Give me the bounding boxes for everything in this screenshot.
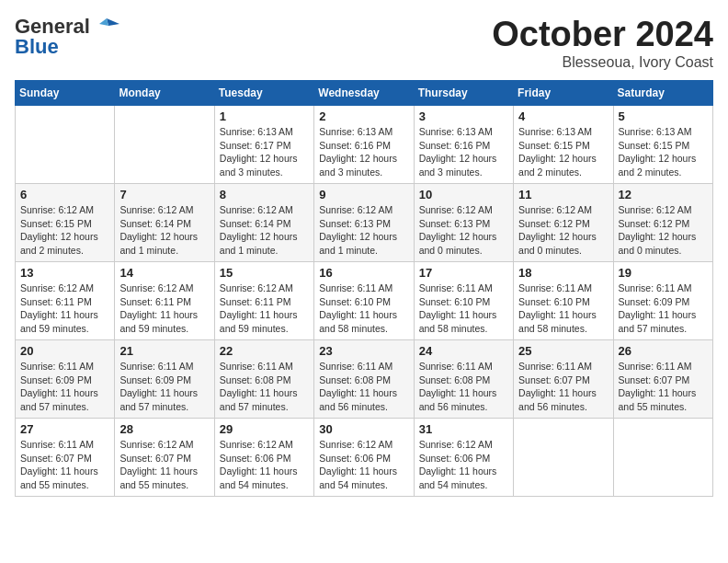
day-number: 24 xyxy=(419,344,508,358)
calendar-cell: 4Sunrise: 6:13 AMSunset: 6:15 PMDaylight… xyxy=(514,106,613,184)
calendar-cell: 27Sunrise: 6:11 AMSunset: 6:07 PMDayligh… xyxy=(16,419,115,497)
day-number: 20 xyxy=(20,344,109,358)
calendar-cell: 31Sunrise: 6:12 AMSunset: 6:06 PMDayligh… xyxy=(414,419,513,497)
day-number: 26 xyxy=(619,344,708,358)
svg-marker-0 xyxy=(107,18,119,26)
calendar-cell xyxy=(613,419,712,497)
calendar-cell: 18Sunrise: 6:11 AMSunset: 6:10 PMDayligh… xyxy=(514,262,613,340)
day-info: Sunrise: 6:12 AMSunset: 6:14 PMDaylight:… xyxy=(220,203,309,258)
weekday-header: Saturday xyxy=(613,81,712,106)
day-info: Sunrise: 6:12 AMSunset: 6:11 PMDaylight:… xyxy=(220,282,309,336)
day-number: 6 xyxy=(20,188,109,201)
calendar-week-row: 13Sunrise: 6:12 AMSunset: 6:11 PMDayligh… xyxy=(16,262,713,340)
calendar-cell: 19Sunrise: 6:11 AMSunset: 6:09 PMDayligh… xyxy=(613,262,712,340)
calendar-cell: 8Sunrise: 6:12 AMSunset: 6:14 PMDaylight… xyxy=(214,184,313,262)
day-info: Sunrise: 6:11 AMSunset: 6:07 PMDaylight:… xyxy=(518,360,608,414)
calendar-cell: 13Sunrise: 6:12 AMSunset: 6:11 PMDayligh… xyxy=(16,262,115,340)
calendar-cell: 2Sunrise: 6:13 AMSunset: 6:16 PMDaylight… xyxy=(314,106,414,184)
day-info: Sunrise: 6:11 AMSunset: 6:09 PMDaylight:… xyxy=(20,360,109,414)
page-header: General Blue October 2024 Blesseoua, Ivo… xyxy=(15,15,713,71)
day-info: Sunrise: 6:12 AMSunset: 6:11 PMDaylight:… xyxy=(119,282,209,336)
weekday-header: Monday xyxy=(115,81,214,106)
day-info: Sunrise: 6:12 AMSunset: 6:06 PMDaylight:… xyxy=(319,438,408,492)
day-number: 8 xyxy=(220,188,309,201)
logo: General Blue xyxy=(15,15,119,59)
day-number: 10 xyxy=(419,188,508,201)
calendar-cell xyxy=(16,106,115,184)
calendar-table: SundayMondayTuesdayWednesdayThursdayFrid… xyxy=(15,80,713,497)
day-number: 1 xyxy=(220,109,309,123)
calendar-cell: 24Sunrise: 6:11 AMSunset: 6:08 PMDayligh… xyxy=(414,340,513,419)
day-number: 17 xyxy=(419,266,508,280)
calendar-cell: 30Sunrise: 6:12 AMSunset: 6:06 PMDayligh… xyxy=(314,419,414,497)
day-number: 23 xyxy=(319,344,408,358)
weekday-header: Sunday xyxy=(16,81,115,106)
calendar-cell: 14Sunrise: 6:12 AMSunset: 6:11 PMDayligh… xyxy=(115,262,214,340)
day-number: 7 xyxy=(119,188,209,201)
calendar-cell: 26Sunrise: 6:11 AMSunset: 6:07 PMDayligh… xyxy=(613,340,712,419)
day-info: Sunrise: 6:12 AMSunset: 6:12 PMDaylight:… xyxy=(518,203,608,258)
day-number: 13 xyxy=(20,266,109,280)
day-info: Sunrise: 6:13 AMSunset: 6:16 PMDaylight:… xyxy=(419,125,508,179)
day-number: 27 xyxy=(20,422,109,436)
day-number: 5 xyxy=(619,109,708,123)
day-number: 22 xyxy=(220,344,309,358)
calendar-cell xyxy=(115,106,214,184)
day-info: Sunrise: 6:11 AMSunset: 6:10 PMDaylight:… xyxy=(419,282,508,336)
calendar-week-row: 20Sunrise: 6:11 AMSunset: 6:09 PMDayligh… xyxy=(16,340,713,419)
weekday-header: Friday xyxy=(514,81,613,106)
calendar-cell: 20Sunrise: 6:11 AMSunset: 6:09 PMDayligh… xyxy=(16,340,115,419)
day-number: 11 xyxy=(518,188,608,201)
calendar-cell: 10Sunrise: 6:12 AMSunset: 6:13 PMDayligh… xyxy=(414,184,513,262)
day-info: Sunrise: 6:11 AMSunset: 6:09 PMDaylight:… xyxy=(119,360,209,414)
calendar-cell: 12Sunrise: 6:12 AMSunset: 6:12 PMDayligh… xyxy=(613,184,712,262)
calendar-cell: 22Sunrise: 6:11 AMSunset: 6:08 PMDayligh… xyxy=(214,340,313,419)
day-info: Sunrise: 6:11 AMSunset: 6:09 PMDaylight:… xyxy=(619,282,708,336)
calendar-cell xyxy=(514,419,613,497)
weekday-header: Tuesday xyxy=(214,81,313,106)
month-title: October 2024 xyxy=(492,15,713,54)
day-number: 19 xyxy=(619,266,708,280)
day-info: Sunrise: 6:12 AMSunset: 6:11 PMDaylight:… xyxy=(20,282,109,336)
day-info: Sunrise: 6:13 AMSunset: 6:15 PMDaylight:… xyxy=(619,125,708,179)
day-info: Sunrise: 6:11 AMSunset: 6:07 PMDaylight:… xyxy=(20,438,109,492)
calendar-header-row: SundayMondayTuesdayWednesdayThursdayFrid… xyxy=(16,81,713,106)
day-info: Sunrise: 6:12 AMSunset: 6:15 PMDaylight:… xyxy=(20,203,109,258)
day-info: Sunrise: 6:12 AMSunset: 6:06 PMDaylight:… xyxy=(220,438,309,492)
day-number: 28 xyxy=(119,422,209,436)
day-info: Sunrise: 6:13 AMSunset: 6:17 PMDaylight:… xyxy=(220,125,309,179)
logo-bird-icon xyxy=(90,17,119,37)
calendar-cell: 28Sunrise: 6:12 AMSunset: 6:07 PMDayligh… xyxy=(115,419,214,497)
calendar-cell: 1Sunrise: 6:13 AMSunset: 6:17 PMDaylight… xyxy=(214,106,313,184)
day-info: Sunrise: 6:11 AMSunset: 6:08 PMDaylight:… xyxy=(319,360,408,414)
day-info: Sunrise: 6:11 AMSunset: 6:07 PMDaylight:… xyxy=(619,360,708,414)
calendar-cell: 3Sunrise: 6:13 AMSunset: 6:16 PMDaylight… xyxy=(414,106,513,184)
calendar-week-row: 1Sunrise: 6:13 AMSunset: 6:17 PMDaylight… xyxy=(16,106,713,184)
day-number: 3 xyxy=(419,109,508,123)
day-number: 16 xyxy=(319,266,408,280)
day-number: 18 xyxy=(518,266,608,280)
calendar-week-row: 27Sunrise: 6:11 AMSunset: 6:07 PMDayligh… xyxy=(16,419,713,497)
calendar-cell: 9Sunrise: 6:12 AMSunset: 6:13 PMDaylight… xyxy=(314,184,414,262)
day-info: Sunrise: 6:12 AMSunset: 6:12 PMDaylight:… xyxy=(619,203,708,258)
calendar-cell: 25Sunrise: 6:11 AMSunset: 6:07 PMDayligh… xyxy=(514,340,613,419)
day-number: 14 xyxy=(119,266,209,280)
day-number: 25 xyxy=(518,344,608,358)
day-number: 29 xyxy=(220,422,309,436)
location-subtitle: Blesseoua, Ivory Coast xyxy=(492,54,713,71)
day-info: Sunrise: 6:11 AMSunset: 6:08 PMDaylight:… xyxy=(419,360,508,414)
calendar-cell: 16Sunrise: 6:11 AMSunset: 6:10 PMDayligh… xyxy=(314,262,414,340)
day-number: 9 xyxy=(319,188,408,201)
day-info: Sunrise: 6:12 AMSunset: 6:14 PMDaylight:… xyxy=(119,203,209,258)
day-info: Sunrise: 6:13 AMSunset: 6:15 PMDaylight:… xyxy=(518,125,608,179)
day-info: Sunrise: 6:12 AMSunset: 6:07 PMDaylight:… xyxy=(119,438,209,492)
day-info: Sunrise: 6:13 AMSunset: 6:16 PMDaylight:… xyxy=(319,125,408,179)
calendar-cell: 17Sunrise: 6:11 AMSunset: 6:10 PMDayligh… xyxy=(414,262,513,340)
day-info: Sunrise: 6:12 AMSunset: 6:13 PMDaylight:… xyxy=(419,203,508,258)
day-number: 21 xyxy=(119,344,209,358)
title-section: October 2024 Blesseoua, Ivory Coast xyxy=(492,15,713,71)
day-info: Sunrise: 6:12 AMSunset: 6:13 PMDaylight:… xyxy=(319,203,408,258)
day-number: 4 xyxy=(518,109,608,123)
calendar-week-row: 6Sunrise: 6:12 AMSunset: 6:15 PMDaylight… xyxy=(16,184,713,262)
day-number: 15 xyxy=(220,266,309,280)
